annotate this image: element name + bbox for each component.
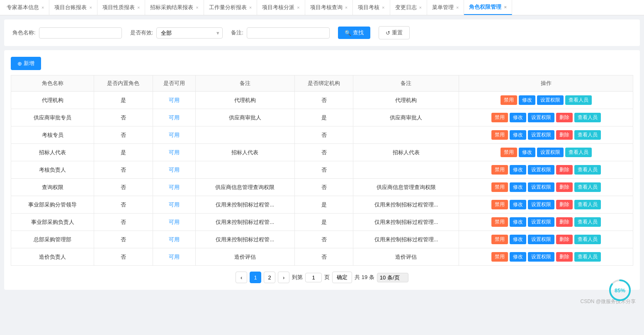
- forbid-btn-2[interactable]: 禁用: [491, 130, 508, 140]
- perm-btn-9[interactable]: 设置权限: [528, 252, 554, 262]
- perm-btn-8[interactable]: 设置权限: [528, 235, 554, 244]
- edit-btn-9[interactable]: 修改: [510, 252, 526, 262]
- tab-item-5[interactable]: 项目考核分派×: [257, 0, 305, 15]
- view-btn-4[interactable]: 查看人员: [574, 165, 601, 175]
- tab-close-8[interactable]: ×: [419, 5, 422, 10]
- remark-input[interactable]: [247, 27, 330, 39]
- perm-btn-4[interactable]: 设置权限: [528, 165, 554, 175]
- page-label: 页: [324, 274, 330, 281]
- cell-4-1: 否: [94, 161, 153, 179]
- delete-btn-4[interactable]: 删除: [556, 165, 573, 175]
- forbid-btn-5[interactable]: 禁用: [491, 182, 508, 192]
- edit-btn-4[interactable]: 修改: [510, 165, 526, 175]
- tab-item-1[interactable]: 项目台账报表×: [49, 0, 97, 15]
- edit-btn-5[interactable]: 修改: [510, 182, 526, 192]
- view-btn-5[interactable]: 查看人员: [574, 182, 601, 192]
- reset-button[interactable]: ↺ 重置: [379, 26, 410, 39]
- forbid-btn-8[interactable]: 禁用: [491, 235, 508, 244]
- tab-item-3[interactable]: 招标采购结果报表×: [145, 0, 204, 15]
- cell-6-0: 事业部采购分管领导: [11, 196, 94, 214]
- goto-input[interactable]: [305, 273, 322, 282]
- tab-close-1[interactable]: ×: [89, 5, 92, 10]
- tab-close-2[interactable]: ×: [137, 5, 140, 10]
- tab-close-10[interactable]: ×: [504, 5, 506, 10]
- content-area: ⊕ 新增 角色名称 是否内置角色 是否可用 备注 是否绑定机构 备注 操作 代理…: [4, 50, 640, 290]
- delete-btn-7[interactable]: 删除: [556, 217, 573, 227]
- tab-close-6[interactable]: ×: [345, 5, 348, 10]
- page-2-btn[interactable]: 2: [264, 272, 275, 283]
- delete-btn-6[interactable]: 删除: [556, 200, 573, 209]
- cell-7-1: 否: [94, 214, 153, 231]
- view-btn-1[interactable]: 查看人员: [574, 113, 601, 122]
- tab-item-6[interactable]: 项目考核查询×: [305, 0, 353, 15]
- forbid-btn-7[interactable]: 禁用: [491, 217, 508, 227]
- forbid-btn-6[interactable]: 禁用: [491, 200, 508, 209]
- tab-label-3: 招标采购结果报表: [150, 4, 193, 11]
- tab-close-4[interactable]: ×: [249, 5, 252, 10]
- tab-item-4[interactable]: 工作量分析报表×: [204, 0, 257, 15]
- view-btn-9[interactable]: 查看人员: [574, 252, 601, 262]
- tab-label-10: 角色权限管理: [469, 3, 501, 11]
- cell-7-2: 可用: [153, 214, 195, 231]
- add-button[interactable]: ⊕ 新增: [11, 57, 41, 70]
- forbid-btn-3[interactable]: 禁用: [501, 148, 517, 157]
- view-btn-2[interactable]: 查看人员: [574, 130, 601, 140]
- per-page-select[interactable]: 10 条/页20 条/页50 条/页: [377, 273, 408, 282]
- perm-btn-7[interactable]: 设置权限: [528, 217, 554, 227]
- forbid-btn-4[interactable]: 禁用: [491, 165, 508, 175]
- delete-btn-2[interactable]: 删除: [556, 130, 573, 140]
- actions-cell-6: 禁用修改设置权限删除查看人员: [459, 196, 633, 214]
- edit-btn-8[interactable]: 修改: [510, 235, 526, 244]
- next-page-btn[interactable]: ›: [278, 272, 289, 283]
- tab-item-0[interactable]: 专家基本信息×: [2, 0, 49, 15]
- delete-btn-8[interactable]: 删除: [556, 235, 573, 244]
- valid-field: 是否有效: 全部是否: [130, 27, 223, 39]
- cell-8-5: 仅用来控制招标过程管理...: [353, 231, 459, 248]
- perm-btn-0[interactable]: 设置权限: [537, 95, 564, 105]
- view-btn-0[interactable]: 查看人员: [565, 95, 592, 105]
- delete-btn-9[interactable]: 删除: [556, 252, 573, 262]
- edit-btn-2[interactable]: 修改: [510, 130, 526, 140]
- tab-item-10[interactable]: 角色权限管理×: [464, 0, 512, 15]
- tab-item-7[interactable]: 项目考核×: [353, 0, 390, 15]
- tab-item-8[interactable]: 变更日志×: [390, 0, 427, 15]
- confirm-btn[interactable]: 确定: [332, 272, 352, 283]
- tab-close-7[interactable]: ×: [382, 5, 384, 10]
- tab-close-3[interactable]: ×: [196, 5, 198, 10]
- tab-close-0[interactable]: ×: [41, 5, 44, 10]
- valid-select[interactable]: 全部是否: [156, 27, 223, 39]
- perm-btn-5[interactable]: 设置权限: [528, 182, 554, 192]
- cell-5-1: 否: [94, 179, 153, 196]
- forbid-btn-0[interactable]: 禁用: [501, 95, 517, 105]
- goto-label: 到第: [292, 274, 303, 281]
- view-btn-6[interactable]: 查看人员: [574, 200, 601, 209]
- tab-close-5[interactable]: ×: [297, 5, 299, 10]
- view-btn-7[interactable]: 查看人员: [574, 217, 601, 227]
- prev-page-btn[interactable]: ‹: [236, 272, 247, 283]
- tab-close-9[interactable]: ×: [456, 5, 459, 10]
- role-name-field: 角色名称:: [12, 27, 122, 39]
- role-name-input[interactable]: [39, 27, 122, 39]
- delete-btn-5[interactable]: 删除: [556, 182, 573, 192]
- tab-item-2[interactable]: 项目性质报表×: [97, 0, 145, 15]
- view-btn-3[interactable]: 查看人员: [565, 148, 592, 157]
- delete-btn-1[interactable]: 删除: [556, 113, 573, 122]
- col-role-name: 角色名称: [11, 75, 94, 92]
- cell-1-0: 供应商审批专员: [11, 109, 94, 126]
- perm-btn-1[interactable]: 设置权限: [528, 113, 554, 122]
- edit-btn-7[interactable]: 修改: [510, 217, 526, 227]
- page-1-btn[interactable]: 1: [250, 272, 261, 283]
- view-btn-8[interactable]: 查看人员: [574, 235, 601, 244]
- perm-btn-6[interactable]: 设置权限: [528, 200, 554, 209]
- forbid-btn-1[interactable]: 禁用: [491, 113, 508, 122]
- cell-1-1: 否: [94, 109, 153, 126]
- perm-btn-2[interactable]: 设置权限: [528, 130, 554, 140]
- edit-btn-1[interactable]: 修改: [510, 113, 526, 122]
- perm-btn-3[interactable]: 设置权限: [537, 148, 564, 157]
- forbid-btn-9[interactable]: 禁用: [491, 252, 508, 262]
- tab-item-9[interactable]: 菜单管理×: [427, 0, 464, 15]
- edit-btn-3[interactable]: 修改: [519, 148, 535, 157]
- search-button[interactable]: 🔍 查找: [338, 27, 370, 39]
- edit-btn-0[interactable]: 修改: [519, 95, 535, 105]
- edit-btn-6[interactable]: 修改: [510, 200, 526, 209]
